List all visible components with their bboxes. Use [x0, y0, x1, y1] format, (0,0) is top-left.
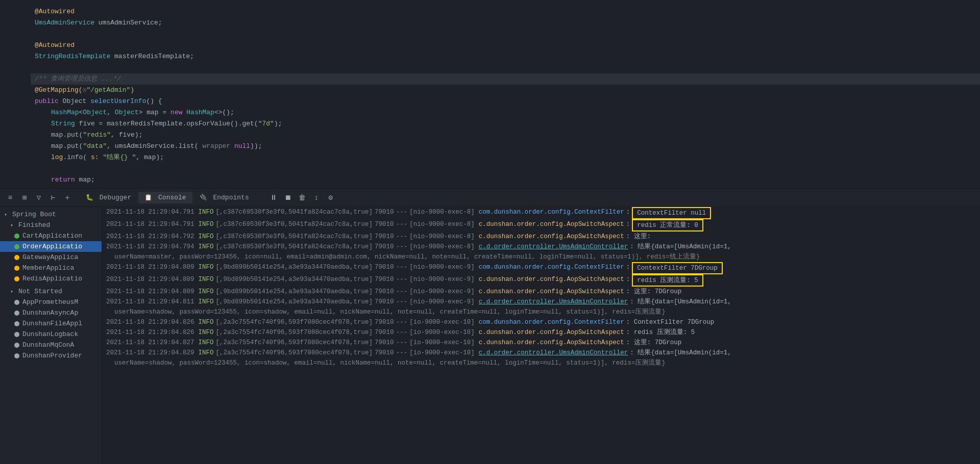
code-line: HashMap<Object, Object> map = new HashMa…	[31, 107, 980, 118]
log-area[interactable]: 2021-11-18 21:29:04.791 INFO [,c387c6953…	[102, 207, 980, 464]
sidebar-item-async[interactable]: DunshanAsyncAp	[0, 307, 102, 318]
clear-icon[interactable]: 🗑	[296, 192, 308, 204]
log-line-1: 2021-11-18 21:29:04.791 INFO [,c387c6953…	[102, 207, 980, 219]
panel-content: ▾ Spring Boot ▾ Finished CartApplication…	[0, 207, 980, 464]
log-class-link[interactable]: com.dunshan.order.config.ContextFilter	[479, 317, 624, 327]
log-class-link[interactable]: c.d.order.controller.UmsAdminController	[479, 348, 628, 358]
sidebar-item-prometheus[interactable]: AppPrometheusM	[0, 297, 102, 307]
tab-endpoints[interactable]: 🔌 Endpoints	[193, 192, 255, 203]
tab-debugger[interactable]: 🐛 Debugger	[80, 192, 137, 203]
tab-console[interactable]: 📋 Console	[138, 192, 192, 203]
sidebar-item-provider[interactable]: DunshanProvider	[0, 350, 102, 361]
code-content: @Autowired UmsAdminService umsAdminServi…	[31, 0, 980, 188]
log-line-4: 2021-11-18 21:29:04.794 INFO [,c387c6953…	[102, 242, 980, 252]
status-dot	[14, 234, 19, 239]
sidebar-item-redis[interactable]: RedisApplicatio	[0, 273, 102, 284]
log-line-2: 2021-11-18 21:29:04.791 INFO [,c387c6953…	[102, 219, 980, 231]
split-icon[interactable]: ⊞	[18, 192, 31, 204]
spring-boot-label: Spring Boot	[12, 211, 56, 218]
log-line-8: 2021-11-18 21:29:04.809 INFO [,9bd899b50…	[102, 287, 980, 297]
code-line	[31, 62, 980, 73]
add-icon[interactable]: +	[61, 192, 74, 204]
sidebar-item-logback[interactable]: DunshanLogback	[0, 329, 102, 340]
log-class-link[interactable]: c.dunshan.order.config.AopSwitchAspect	[479, 219, 624, 229]
code-line: return map;	[31, 174, 980, 186]
code-line	[31, 29, 980, 40]
arrow-icon: ▾	[10, 289, 18, 295]
app-label: RedisApplicatio	[22, 275, 82, 282]
log-class-link[interactable]: c.dunshan.order.config.AopSwitchAspect	[479, 274, 624, 285]
status-dot	[14, 343, 19, 348]
app-label: DunshanAsyncAp	[22, 309, 78, 317]
sidebar-item-cart[interactable]: CartApplication	[0, 230, 102, 241]
sidebar-item-order[interactable]: OrderApplicatio	[0, 241, 102, 252]
log-line-14: 2021-11-18 21:29:04.829 INFO [,2a3c7554f…	[102, 348, 980, 358]
log-class-link[interactable]: com.dunshan.order.config.ContextFilter	[479, 262, 624, 272]
editor-area: @Autowired UmsAdminService umsAdminServi…	[0, 0, 980, 189]
editor-gutter	[20, 0, 31, 188]
code-line: @Autowired	[31, 40, 980, 51]
stop-icon[interactable]: ⏹	[282, 192, 294, 204]
code-line: @Autowired	[31, 6, 980, 17]
sidebar-item-not-started[interactable]: ▾ Not Started	[0, 286, 102, 297]
log-class-link[interactable]: c.dunshan.order.config.AopSwitchAspect	[479, 287, 624, 297]
sidebar-section-springboot: ▾ Spring Boot ▾ Finished CartApplication…	[0, 207, 102, 363]
panel-toolbar: ≡ ⊞ ▽ ⊢ + 🐛 Debugger 📋 Console 🔌 Endpoin…	[0, 189, 980, 207]
endpoints-icon: 🔌	[200, 194, 207, 201]
sidebar-item-gateway[interactable]: GatewayApplica	[0, 252, 102, 263]
console-icon: 📋	[144, 194, 152, 201]
app-label: CartApplication	[22, 232, 82, 240]
code-line: @GetMapping(☉"/getAdmin")	[31, 85, 980, 96]
pause-icon[interactable]: ⏸	[267, 192, 280, 204]
filter-icon[interactable]: ≡	[4, 192, 16, 204]
app-label: MemberApplica	[22, 264, 74, 272]
settings-icon[interactable]: ⚙	[325, 192, 337, 204]
code-line: map.put("data", umsAdminService.list( wr…	[31, 141, 980, 152]
log-class-link[interactable]: c.d.order.controller.UmsAdminController	[479, 242, 628, 252]
arrow-icon: ▾	[4, 212, 12, 218]
status-dot	[14, 311, 19, 316]
code-line: /** 查询管理员信息 ...*/	[31, 73, 980, 85]
log-continuation-3: userName=shadow, passWord=123455, icon=s…	[102, 358, 980, 368]
log-line-6: 2021-11-18 21:29:04.809 INFO [,9bd899b50…	[102, 262, 980, 274]
log-line-11: 2021-11-18 21:29:04.826 INFO [,2a3c7554f…	[102, 317, 980, 327]
code-line: String five = masterRedisTemplate.opsFor…	[31, 118, 980, 130]
line-numbers	[0, 0, 20, 188]
code-line: UmsAdminService umsAdminService;	[31, 17, 980, 29]
log-continuation-1: userName=master, passWord=123456, icon=n…	[102, 252, 980, 262]
sidebar: ▾ Spring Boot ▾ Finished CartApplication…	[0, 207, 102, 464]
log-line-13: 2021-11-18 21:29:04.827 INFO [,2a3c7554f…	[102, 338, 980, 348]
log-class-link[interactable]: c.d.order.controller.UmsAdminController	[479, 297, 628, 307]
not-started-label: Not Started	[18, 288, 62, 295]
funnel-icon[interactable]: ▽	[33, 192, 45, 204]
arrow-icon: ▾	[10, 222, 18, 228]
status-dot	[14, 353, 19, 358]
code-line: log.info( s: "结果{} ", map);	[31, 152, 980, 163]
app-label: AppPrometheusM	[22, 298, 78, 306]
status-dot	[14, 276, 19, 281]
app-label: GatewayApplica	[22, 253, 78, 261]
app-label: DunshanProvider	[22, 352, 82, 359]
sidebar-item-spring-boot[interactable]: ▾ Spring Boot	[0, 209, 102, 220]
toolbar-icons-right: ⏸ ⏹ 🗑 ↕ ⚙	[267, 192, 337, 204]
log-class-link[interactable]: com.dunshan.order.config.ContextFilter	[479, 207, 624, 217]
log-line-9: 2021-11-18 21:29:04.811 INFO [,9bd899b50…	[102, 297, 980, 307]
log-line-3: 2021-11-18 21:29:04.792 INFO [,c387c6953…	[102, 231, 980, 242]
debugger-icon: 🐛	[86, 194, 93, 201]
code-line	[31, 163, 980, 174]
log-class-link[interactable]: c.dunshan.order.config.AopSwitchAspect	[479, 231, 624, 242]
sidebar-item-mq[interactable]: DunshanMqConA	[0, 340, 102, 350]
bottom-panel: ≡ ⊞ ▽ ⊢ + 🐛 Debugger 📋 Console 🔌 Endpoin…	[0, 189, 980, 464]
sidebar-item-finished[interactable]: ▾ Finished	[0, 220, 102, 230]
sidebar-item-file[interactable]: DunshanFileAppl	[0, 318, 102, 329]
scroll-icon[interactable]: ↕	[310, 192, 323, 204]
sidebar-item-member[interactable]: MemberApplica	[0, 263, 102, 273]
pin-icon[interactable]: ⊢	[47, 192, 59, 204]
log-class-link[interactable]: c.dunshan.order.config.AopSwitchAspect	[479, 338, 624, 348]
code-line: StringRedisTemplate masterRedisTemplate;	[31, 51, 980, 62]
status-dot	[14, 321, 19, 326]
log-class-link[interactable]: c.dunshan.order.config.AopSwitchAspect	[479, 327, 624, 338]
log-line-7: 2021-11-18 21:29:04.809 INFO [,9bd899b50…	[102, 274, 980, 287]
app-label: DunshanMqConA	[22, 341, 74, 349]
status-dot	[14, 266, 19, 271]
